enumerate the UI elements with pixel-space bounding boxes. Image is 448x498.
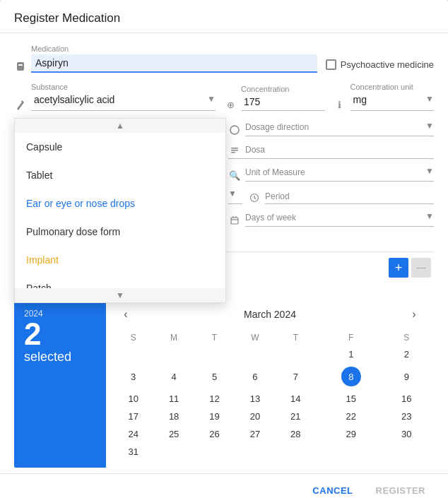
conc-unit-label: Concentration unit: [350, 83, 435, 91]
minus-icon: —: [416, 262, 426, 273]
calendar-day-11[interactable]: 11: [153, 390, 194, 408]
medication-icon: [14, 60, 27, 73]
calendar-day-5[interactable]: 5: [194, 363, 235, 390]
medication-input[interactable]: [31, 54, 317, 73]
calendar-day-22[interactable]: 22: [316, 408, 386, 425]
dosage-item-pulmonary[interactable]: Pulmonary dose form: [15, 218, 225, 246]
dosage-item-implant[interactable]: Implant: [15, 246, 225, 274]
weekday-wed: W: [235, 330, 275, 345]
concentration-label: Concentration: [241, 85, 325, 93]
calendar-day-3[interactable]: 3: [113, 363, 153, 390]
period-field: Period: [248, 191, 434, 204]
dosage-item-patch[interactable]: Patch: [15, 274, 225, 288]
selected-count: 2: [24, 319, 96, 350]
substance-input[interactable]: [31, 93, 207, 108]
calendar-day-4[interactable]: 4: [153, 363, 194, 390]
calendar-day-10[interactable]: 10: [113, 390, 153, 408]
dosage-direction-icon: [228, 124, 241, 136]
calendar-week-1: 3456789: [113, 363, 427, 390]
calendar-day-23[interactable]: 23: [387, 408, 427, 425]
unit-of-measure-icon: 🔍: [228, 169, 241, 182]
conc-unit-icon: ℹ: [334, 98, 346, 111]
scroll-down-arrow[interactable]: ▼: [15, 288, 225, 302]
dosage-direction-arrow[interactable]: ▼: [425, 121, 434, 134]
register-button[interactable]: REGISTER: [367, 481, 434, 498]
calendar-day-25[interactable]: 25: [153, 425, 194, 443]
calendar-day-1[interactable]: 1: [316, 345, 386, 363]
calendar-day-12[interactable]: 12: [194, 390, 235, 408]
calendar-day-8[interactable]: 8: [316, 363, 386, 390]
concentration-input[interactable]: [241, 95, 325, 111]
calendar-day-19[interactable]: 19: [194, 408, 235, 425]
days-of-week-label: Days of week: [245, 213, 425, 223]
calendar-week-0: 12: [113, 345, 427, 363]
cancel-button[interactable]: CANCEL: [304, 481, 361, 498]
calendar-day-empty: [113, 345, 153, 363]
calendar-day-15[interactable]: 15: [316, 390, 386, 408]
remove-button[interactable]: —: [411, 258, 431, 278]
add-button[interactable]: +: [389, 258, 408, 278]
dosage-item-tablet[interactable]: Tablet: [15, 161, 225, 189]
period-row: ▼ Period: [228, 189, 434, 204]
psychoactive-checkbox[interactable]: [326, 59, 336, 70]
calendar-day-31[interactable]: 31: [113, 443, 153, 461]
substance-dropdown-arrow[interactable]: ▼: [207, 94, 216, 107]
calendar-prev-button[interactable]: ‹: [116, 304, 136, 324]
substance-label: Substance: [31, 83, 216, 91]
date-selected-panel: 2024 2 selected: [14, 299, 106, 468]
calendar-next-button[interactable]: ›: [404, 304, 424, 324]
calendar-day-14[interactable]: 14: [276, 390, 316, 408]
calendar-day-24[interactable]: 24: [113, 425, 153, 443]
calendar-day-9[interactable]: 9: [387, 363, 427, 390]
selected-label: selected: [24, 350, 96, 364]
dosage-form-container: Dosage form ▲ Capsule Tablet Ear or eye …: [14, 118, 220, 227]
unit-of-measure-field: Unit of Measure ▼: [245, 166, 434, 182]
period-icon: [248, 191, 261, 204]
calendar-day-empty: [316, 443, 386, 461]
scroll-up-arrow[interactable]: ▲: [15, 119, 225, 133]
calendar-day-2[interactable]: 2: [387, 345, 427, 363]
calendar-day-empty: [153, 345, 194, 363]
calendar-day-17[interactable]: 17: [113, 408, 153, 425]
calendar-day-7[interactable]: 7: [276, 363, 316, 390]
dialog-footer: CANCEL REGISTER: [0, 473, 448, 498]
calendar-day-21[interactable]: 21: [276, 408, 316, 425]
calendar-day-27[interactable]: 27: [235, 425, 275, 443]
dosage-item-ear-eye-nose[interactable]: Ear or eye or nose drops: [15, 189, 225, 218]
calendar-day-16[interactable]: 16: [387, 390, 427, 408]
dosage-item-capsule[interactable]: Capsule: [15, 133, 225, 161]
period-extra-arrow[interactable]: ▼: [228, 189, 237, 201]
svg-rect-7: [231, 150, 238, 151]
calendar-day-28[interactable]: 28: [276, 425, 316, 443]
calendar-day-6[interactable]: 6: [235, 363, 275, 390]
unit-of-measure-label: Unit of Measure: [245, 167, 425, 177]
concentration-field-group: Concentration: [241, 85, 325, 111]
calendar-day-29[interactable]: 29: [316, 425, 386, 443]
svg-point-5: [230, 126, 239, 134]
conc-unit-input[interactable]: [350, 93, 426, 108]
calendar-day-30[interactable]: 30: [387, 425, 427, 443]
calendar-day-13[interactable]: 13: [235, 390, 275, 408]
svg-rect-1: [18, 64, 23, 66]
calendar-week-4: 24252627282930: [113, 425, 427, 443]
weekday-mon: M: [153, 330, 194, 345]
days-of-week-arrow[interactable]: ▼: [425, 211, 434, 224]
unit-of-measure-arrow[interactable]: ▼: [425, 166, 434, 179]
calendar-header: ‹ March 2024 ›: [113, 299, 427, 330]
substance-icon: [14, 98, 27, 111]
svg-rect-8: [231, 152, 235, 153]
calendar-day-20[interactable]: 20: [235, 408, 275, 425]
dosage-direction-label: Dosage direction: [245, 122, 425, 132]
dosage-amount-icon: [228, 143, 241, 156]
days-of-week-field: Days of week ▼: [245, 211, 434, 227]
calendar-day-18[interactable]: 18: [153, 408, 194, 425]
period-label: Period: [265, 191, 434, 201]
calendar-day-26[interactable]: 26: [194, 425, 235, 443]
calendar-day-empty: [194, 443, 235, 461]
conc-unit-dropdown-arrow[interactable]: ▼: [425, 94, 434, 107]
calendar-day-empty: [235, 345, 275, 363]
calendar-title: March 2024: [244, 309, 296, 320]
weekday-sat: S: [387, 330, 427, 345]
dialog-title: Register Medication: [0, 0, 448, 33]
calendar-day-empty: [153, 443, 194, 461]
